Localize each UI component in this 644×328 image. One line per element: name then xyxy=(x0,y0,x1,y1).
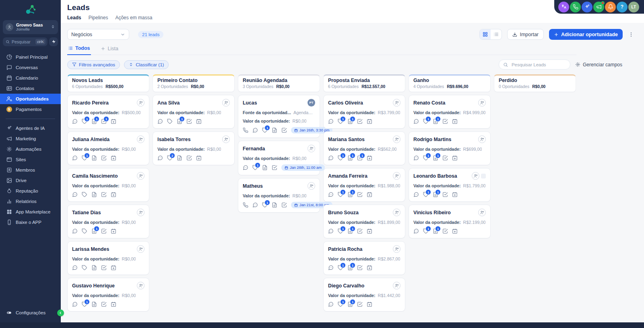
column-header[interactable]: Novos Leads 6 Oportunidades R$500,00 xyxy=(67,74,149,92)
card-tag-icon[interactable]: 1 xyxy=(423,155,429,161)
card-calendar-icon[interactable] xyxy=(111,301,116,307)
card-chat-icon[interactable] xyxy=(328,192,334,197)
card-task-icon[interactable] xyxy=(186,119,192,124)
import-button[interactable]: Importar xyxy=(507,29,544,40)
column-header[interactable]: Perdido 0 Oportunidades R$0,00 xyxy=(494,74,576,92)
card-chat-icon[interactable] xyxy=(413,119,419,124)
card-calendar-icon[interactable] xyxy=(452,228,458,234)
card-tag-icon[interactable]: 1 xyxy=(262,202,268,208)
card-calendar-icon[interactable] xyxy=(367,192,372,197)
more-options-button[interactable] xyxy=(628,32,634,37)
sidebar-item-reports[interactable]: Relatórios xyxy=(0,196,61,207)
header-action-user-avatar[interactable]: LT xyxy=(628,2,639,12)
opportunity-card[interactable]: Renato Costa Valor da oportunidade: R$4.… xyxy=(409,95,491,129)
header-action-bell[interactable] xyxy=(605,2,616,12)
assign-user-button[interactable] xyxy=(478,135,486,143)
card-calendar-icon[interactable] xyxy=(111,192,116,197)
card-task-icon[interactable] xyxy=(442,192,448,197)
assign-user-button[interactable] xyxy=(222,135,230,143)
card-tag-icon[interactable]: 1 xyxy=(82,301,87,307)
opportunity-card[interactable]: Rodrigo Martins Valor da oportunidade: R… xyxy=(409,131,491,165)
opportunity-card[interactable]: Vinicius Ribeiro Valor da oportunidade: … xyxy=(409,205,491,238)
card-tag-icon[interactable]: 1 xyxy=(338,265,343,271)
card-task-icon[interactable] xyxy=(357,192,363,197)
sidebar-collapse-button[interactable] xyxy=(57,310,64,316)
card-calendar-icon[interactable] xyxy=(367,155,372,161)
card-task-icon[interactable] xyxy=(357,119,363,124)
card-chat-icon[interactable] xyxy=(328,119,334,124)
sidebar-item-reputation[interactable]: Reputação xyxy=(0,186,61,196)
opportunity-card[interactable]: Bruno Souza Valor da oportunidade: R$1.8… xyxy=(323,205,405,238)
card-tag-icon[interactable] xyxy=(82,228,87,234)
opportunity-card[interactable]: Lucas PT Fonte da oportunidad... Agendam… xyxy=(238,95,320,138)
opportunity-card[interactable]: Diego Carvalho Valor da oportunidade: R$… xyxy=(323,278,405,312)
sidebar-item-automations[interactable]: Automações xyxy=(0,144,61,154)
header-action-help[interactable]: ? xyxy=(617,2,627,12)
card-tag-icon[interactable]: 1 xyxy=(82,119,87,124)
advanced-filters-button[interactable]: Filtros avançados xyxy=(67,60,120,69)
card-task-icon[interactable] xyxy=(101,228,107,234)
assign-user-button[interactable] xyxy=(308,145,315,152)
assign-user-button[interactable] xyxy=(137,209,144,216)
card-note-icon[interactable]: 1 xyxy=(433,155,438,161)
card-note-icon[interactable] xyxy=(262,165,268,170)
card-calendar-icon[interactable] xyxy=(111,228,116,234)
opportunity-card[interactable]: Carlos Oliveira Valor da oportunidade: R… xyxy=(323,95,405,129)
card-note-icon[interactable]: 1 xyxy=(433,119,438,124)
sidebar-item-contacts[interactable]: Contatos xyxy=(0,83,61,94)
card-chat-icon[interactable] xyxy=(157,119,163,124)
assign-user-button[interactable] xyxy=(137,135,144,143)
sidebar-item-payments[interactable]: $ Pagamentos xyxy=(0,104,61,115)
card-calendar-icon[interactable] xyxy=(452,119,458,124)
card-chat-icon[interactable] xyxy=(72,228,78,234)
card-task-icon[interactable] xyxy=(442,228,448,234)
card-note-icon[interactable]: 1 xyxy=(347,301,353,307)
card-tag-icon[interactable]: 1 xyxy=(338,301,343,307)
sidebar-item-marketing[interactable]: Marketing xyxy=(0,133,61,144)
quick-actions-button[interactable] xyxy=(49,37,58,46)
card-task-icon[interactable] xyxy=(357,228,363,234)
card-calendar-icon[interactable] xyxy=(367,119,372,124)
card-chat-icon[interactable] xyxy=(72,155,78,161)
card-select-placeholder[interactable] xyxy=(481,174,486,178)
card-task-icon[interactable] xyxy=(101,265,107,271)
card-chat-icon[interactable] xyxy=(328,301,334,307)
sidebar-item-conversations[interactable]: Conversas xyxy=(0,62,61,73)
assign-user-button[interactable] xyxy=(308,182,315,190)
card-task-icon[interactable] xyxy=(101,301,107,307)
card-tag-icon[interactable]: 1 xyxy=(338,228,343,234)
card-task-icon[interactable]: 1 xyxy=(357,155,363,161)
card-tag-icon[interactable]: 1 xyxy=(423,119,429,124)
header-nav-leads[interactable]: Leads xyxy=(67,15,81,20)
assign-user-button[interactable] xyxy=(478,209,486,216)
card-tag-icon[interactable]: 1 xyxy=(252,165,258,170)
opportunity-card[interactable]: Tatiane Dias Valor da oportunidade: R$0,… xyxy=(67,205,149,238)
card-calendar-icon[interactable] xyxy=(367,265,372,271)
card-calendar-icon[interactable] xyxy=(367,301,372,307)
assign-user-button[interactable] xyxy=(137,172,144,180)
sidebar-item-calendar[interactable]: Calendario xyxy=(0,73,61,83)
tab-add-list[interactable]: Lista xyxy=(100,46,119,55)
card-task-icon[interactable] xyxy=(357,265,363,271)
card-chat-icon[interactable] xyxy=(328,228,334,234)
card-chat-icon[interactable] xyxy=(243,165,248,170)
sidebar-item-marketplace[interactable]: App Marketplace xyxy=(0,207,61,217)
card-note-icon[interactable]: 1 xyxy=(347,119,353,124)
sidebar-item-drive[interactable]: Drive xyxy=(0,175,61,186)
card-task-icon[interactable] xyxy=(442,119,448,124)
card-tag-icon[interactable]: 2 xyxy=(167,155,173,161)
card-calendar-icon[interactable] xyxy=(111,155,116,161)
header-action-megaphone[interactable] xyxy=(593,2,604,12)
column-header[interactable]: Proposta Enviada 6 Oportunidades R$12.55… xyxy=(323,74,405,92)
opportunity-card[interactable]: Matheus Valor da oportunidade: R$0,00 1 … xyxy=(238,178,320,213)
lead-search-input[interactable] xyxy=(511,62,566,68)
card-note-icon[interactable] xyxy=(272,202,277,208)
card-phone-icon[interactable] xyxy=(243,202,248,208)
card-note-icon[interactable]: 1 xyxy=(347,192,353,197)
assign-user-button[interactable] xyxy=(393,135,400,143)
workspace-selector[interactable]: Growvo Saas Joinville xyxy=(3,20,58,34)
assign-user-button[interactable] xyxy=(393,245,400,253)
card-chat-icon[interactable] xyxy=(413,192,419,197)
card-task-icon[interactable] xyxy=(272,165,277,170)
sidebar-item-sites[interactable]: Sites xyxy=(0,154,61,165)
